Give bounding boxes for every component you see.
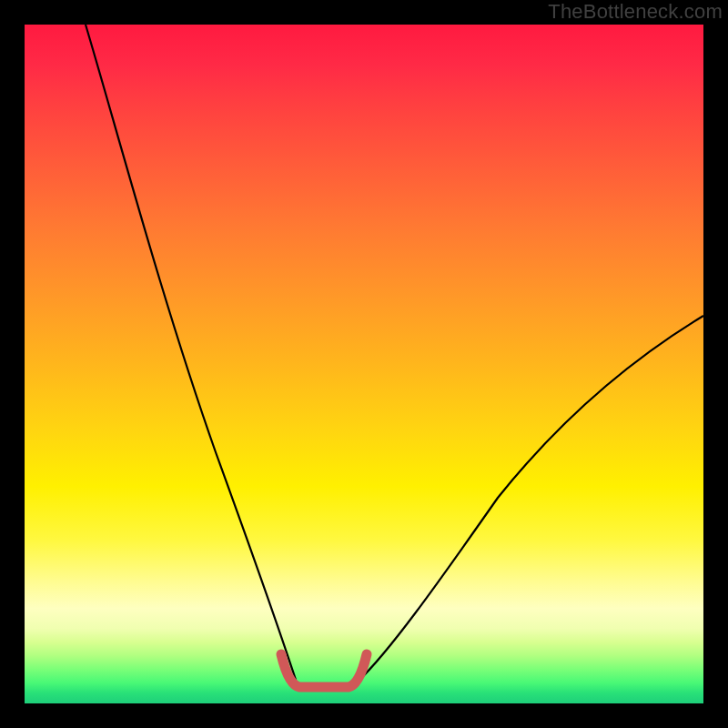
chart-frame: TheBottleneck.com — [0, 0, 728, 728]
watermark-text: TheBottleneck.com — [548, 0, 723, 24]
chart-series-group — [86, 25, 703, 687]
plot-area — [25, 25, 703, 703]
bottom-bracket — [281, 654, 367, 687]
chart-svg — [25, 25, 703, 703]
right-curve — [358, 316, 703, 682]
left-curve — [86, 25, 296, 680]
